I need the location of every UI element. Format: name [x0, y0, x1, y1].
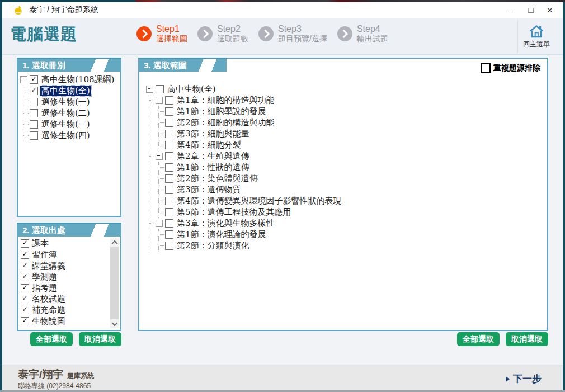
tree-item-label[interactable]: 第1節：演化理論的發展	[176, 229, 267, 240]
step-4[interactable]: Step4輸出試題	[337, 23, 388, 44]
checkbox[interactable]	[165, 174, 173, 183]
minimize-button[interactable]: –	[502, 2, 521, 18]
checkbox[interactable]	[165, 242, 173, 250]
tree-children: 第1節：演化理論的發展第2節：分類與演化	[158, 229, 343, 251]
checkbox[interactable]	[21, 251, 29, 259]
tree-item-label[interactable]: 第3節：遺傳物質	[176, 185, 242, 195]
expand-toggle-icon[interactable]	[156, 153, 163, 160]
tree-item-label[interactable]: 第4節：遺傳變異與環境因子影響性狀的表現	[176, 196, 343, 206]
step-2[interactable]: Step2選取題數	[197, 23, 248, 44]
checkbox[interactable]	[165, 197, 173, 205]
maximize-button[interactable]: □	[521, 2, 540, 18]
expand-toggle-icon[interactable]	[20, 76, 27, 83]
step-3[interactable]: Step3題目預覽/選擇	[258, 23, 327, 44]
checkbox[interactable]	[30, 75, 38, 84]
checkbox[interactable]	[165, 141, 173, 149]
expand-toggle-icon[interactable]	[146, 86, 153, 93]
deselect-all-sources-button[interactable]: 取消選取	[79, 332, 121, 346]
tree-item-label[interactable]: 選修生物(一)	[40, 97, 91, 107]
step-text: Step1選擇範圍	[156, 23, 187, 44]
tree-item-label[interactable]: 第2章：生殖與遺傳	[176, 151, 251, 162]
checkbox[interactable]	[165, 107, 173, 116]
home-button[interactable]: 回主選單	[517, 20, 555, 53]
chevron-down-icon	[111, 320, 117, 326]
expand-toggle-icon[interactable]	[156, 97, 163, 104]
scroll-down-button[interactable]	[110, 319, 119, 328]
tree-item: 第3節：遺傳物質	[165, 184, 343, 195]
close-button[interactable]: ×	[540, 2, 559, 18]
tree-item-label[interactable]: 高中生物(全)	[40, 86, 91, 96]
checkbox[interactable]	[21, 273, 29, 281]
tree-item: 第1節：細胞學說的發展	[165, 106, 343, 117]
checkbox[interactable]	[21, 239, 29, 248]
tree-item-label[interactable]: 第1章：細胞的構造與功能	[176, 95, 276, 106]
select-all-scope-button[interactable]: 全部選取	[457, 332, 500, 346]
expand-toggle-icon[interactable]	[156, 220, 163, 227]
checkbox[interactable]	[165, 130, 173, 138]
source-item-label[interactable]: 生物說圖	[32, 316, 65, 327]
step-1[interactable]: Step1選擇範圍	[136, 23, 187, 44]
dedupe-option[interactable]: 重複題源排除	[481, 63, 540, 73]
checkbox[interactable]	[165, 163, 173, 172]
checkbox[interactable]	[165, 96, 173, 105]
tree-item-label[interactable]: 高中生物(108課綱)	[40, 74, 115, 85]
source-item-label[interactable]: 補充命題	[32, 305, 65, 315]
tree-item-label[interactable]: 第5節：遺傳工程技術及其應用	[176, 207, 293, 218]
checkbox[interactable]	[165, 230, 173, 239]
tree-item-label[interactable]: 第3章：演化與生物多樣性	[176, 218, 276, 229]
tree-item-label[interactable]: 選修生物(二)	[40, 108, 91, 119]
tree-item-label[interactable]: 高中生物(全)	[166, 84, 217, 95]
dedupe-checkbox[interactable]	[481, 63, 491, 73]
chevron-right-icon	[139, 30, 148, 39]
source-item-label[interactable]: 課本	[32, 238, 49, 249]
triangle-right-icon	[506, 376, 510, 382]
tree-item-label[interactable]: 第2節：分類與演化	[176, 240, 251, 251]
panel-select-volume-title: 1. 選取冊別	[17, 58, 121, 72]
checkbox[interactable]	[30, 120, 38, 129]
checkbox[interactable]	[165, 186, 173, 194]
tree-item-label[interactable]: 第2節：染色體與遺傳	[176, 173, 259, 184]
home-button-label: 回主選單	[523, 40, 550, 49]
select-all-sources-button[interactable]: 全部選取	[30, 332, 73, 346]
tree-children: 第1章：細胞的構造與功能第1節：細胞學說的發展第2節：細胞的構造與功能第3節：細…	[149, 95, 343, 251]
checkbox[interactable]	[30, 98, 38, 106]
tree-item-label[interactable]: 第2節：細胞的構造與功能	[176, 117, 276, 128]
source-item: 習作簿	[21, 249, 109, 261]
tree-item-label[interactable]: 選修生物(三)	[40, 119, 91, 130]
checkbox[interactable]	[30, 131, 38, 140]
tree-item-label[interactable]: 第4節：細胞分裂	[176, 140, 242, 150]
tree-item-label[interactable]: 第1節：性狀的遺傳	[176, 162, 251, 173]
source-item-label[interactable]: 習作簿	[32, 249, 57, 260]
step-arrow-icon	[337, 26, 352, 41]
checkbox[interactable]	[165, 152, 173, 160]
checkbox[interactable]	[165, 208, 173, 216]
step-text: Step3題目預覽/選擇	[278, 23, 327, 44]
deselect-all-scope-button[interactable]: 取消選取	[506, 332, 548, 346]
checkbox[interactable]	[156, 85, 164, 93]
step-sublabel: 選擇範圍	[156, 34, 187, 44]
tree-item: 第1章：細胞的構造與功能	[156, 95, 343, 106]
tree-item-label[interactable]: 選修生物(四)	[40, 130, 91, 141]
scroll-up-button[interactable]	[110, 238, 119, 247]
checkbox[interactable]	[165, 119, 173, 127]
source-item-label[interactable]: 學測題	[32, 272, 57, 282]
checkbox[interactable]	[21, 306, 29, 314]
scrollbar[interactable]	[110, 238, 119, 328]
brand-name: 泰宇/翔宇	[18, 368, 63, 381]
tree-item-label[interactable]: 第3節：細胞與能量	[176, 129, 251, 139]
panel-select-scope-title: 3. 選取範圍	[138, 58, 227, 72]
tree-item-label[interactable]: 第1節：細胞學說的發展	[176, 106, 267, 117]
source-item-label[interactable]: 指考題	[32, 283, 57, 294]
source-item-label[interactable]: 課堂講義	[32, 261, 65, 271]
checkbox[interactable]	[21, 262, 29, 270]
checkbox[interactable]	[21, 295, 29, 303]
checkbox[interactable]	[30, 87, 38, 95]
checkbox[interactable]	[30, 109, 38, 117]
source-item-label[interactable]: 名校試題	[32, 294, 65, 304]
tree-item: 選修生物(三)	[30, 119, 119, 130]
checkbox[interactable]	[165, 219, 173, 228]
next-step-label: 下一步	[513, 372, 542, 385]
checkbox[interactable]	[21, 284, 29, 292]
next-step-button[interactable]: 下一步	[506, 372, 542, 385]
checkbox[interactable]	[21, 317, 29, 325]
